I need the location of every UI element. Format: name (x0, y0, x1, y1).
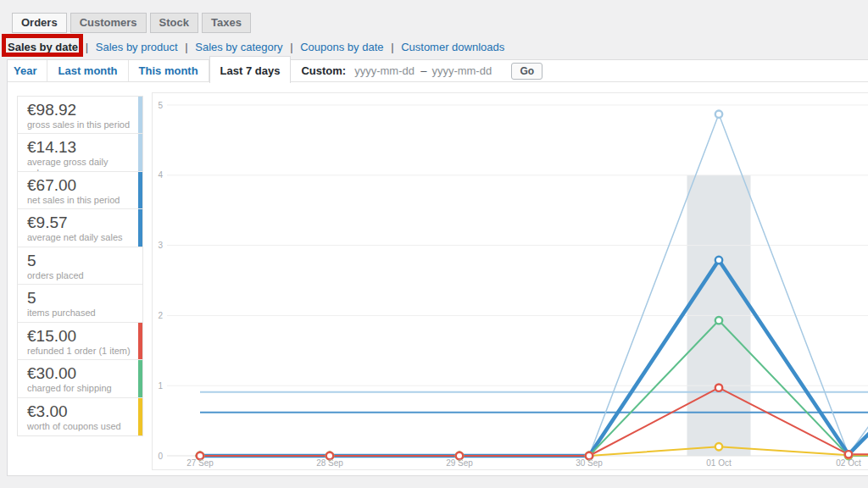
stat-color-strip (138, 360, 142, 396)
subnav-separator: | (86, 41, 88, 53)
stat-label: orders placed (27, 270, 132, 281)
range-last-7-days[interactable]: Last 7 days (209, 56, 292, 83)
date-range-bar: Year Last month This month Last 7 days C… (8, 60, 868, 82)
stat-color-strip (138, 323, 142, 359)
stat-label: average gross daily sales (27, 157, 132, 171)
range-year[interactable]: Year (8, 60, 47, 81)
svg-text:28 Sep: 28 Sep (316, 458, 343, 468)
range-this-month[interactable]: This month (129, 60, 209, 81)
stat-amount: €30.00 (27, 364, 132, 382)
chart-legend-stats: €98.92 gross sales in this period €14.13… (17, 96, 143, 436)
custom-range-controls: Custom: – Go (301, 60, 542, 81)
stat-label: net sales in this period (27, 195, 132, 206)
report-subnav: Sales by date | Sales by product | Sales… (8, 40, 504, 55)
stat-label: average net daily sales (27, 232, 132, 243)
stat-color-strip (138, 97, 142, 133)
svg-text:30 Sep: 30 Sep (576, 458, 603, 468)
stat-label: refunded 1 order (1 item) (27, 346, 132, 357)
svg-text:4: 4 (158, 170, 163, 180)
stat-label: items purchased (27, 308, 132, 319)
report-panel: Year Last month This month Last 7 days C… (7, 59, 868, 476)
stat-amount: €14.13 (27, 138, 132, 156)
report-type-tabs: Orders Customers Stock Taxes (12, 13, 254, 33)
svg-text:02 Oct: 02 Oct (836, 458, 861, 468)
stat-amount: 5 (27, 289, 132, 307)
subnav-sales-by-date[interactable]: Sales by date (8, 41, 78, 53)
stat-color-strip (138, 172, 142, 208)
stat-items-purchased: 5 items purchased (18, 285, 142, 322)
stat-net-sales: €67.00 net sales in this period (18, 172, 142, 209)
stat-amount: €15.00 (27, 327, 132, 345)
stat-refunded: €15.00 refunded 1 order (1 item) (18, 323, 142, 360)
subnav-coupons-by-date[interactable]: Coupons by date (300, 41, 383, 53)
stat-color-strip (138, 209, 142, 246)
subnav-separator: | (391, 41, 393, 53)
subnav-sales-by-category[interactable]: Sales by category (195, 41, 282, 53)
sales-chart[interactable]: 01234527 Sep28 Sep29 Sep30 Sep01 Oct02 O… (152, 92, 868, 470)
svg-text:0: 0 (158, 452, 163, 461)
tab-orders[interactable]: Orders (12, 13, 67, 33)
subnav-customer-downloads[interactable]: Customer downloads (401, 41, 504, 53)
stat-coupons: €3.00 worth of coupons used (18, 398, 142, 435)
svg-text:01 Oct: 01 Oct (706, 458, 732, 468)
stat-amount: €67.00 (27, 176, 132, 194)
custom-range-label: Custom: (301, 64, 346, 77)
stat-orders-placed: 5 orders placed (18, 247, 142, 285)
stat-color-strip (138, 398, 142, 435)
stat-amount: €98.92 (27, 101, 132, 119)
tab-taxes[interactable]: Taxes (202, 13, 251, 33)
date-from-input[interactable] (354, 64, 420, 77)
subnav-separator: | (290, 41, 292, 53)
stat-amount: 5 (27, 252, 132, 269)
stat-label: charged for shipping (27, 383, 132, 394)
stat-color-strip (138, 134, 142, 170)
stat-amount: €3.00 (27, 402, 132, 420)
svg-text:2: 2 (158, 311, 163, 320)
svg-text:29 Sep: 29 Sep (446, 458, 473, 468)
svg-text:5: 5 (158, 101, 163, 110)
svg-text:27 Sep: 27 Sep (186, 458, 214, 468)
tab-stock[interactable]: Stock (150, 13, 198, 33)
tab-customers[interactable]: Customers (70, 13, 147, 33)
date-range-dash: – (420, 64, 426, 77)
stat-average-gross: €14.13 average gross daily sales (18, 134, 142, 171)
subnav-separator: | (185, 41, 187, 53)
subnav-sales-by-product[interactable]: Sales by product (96, 41, 178, 53)
stat-label: worth of coupons used (27, 421, 132, 432)
stat-average-net: €9.57 average net daily sales (18, 209, 142, 247)
stat-label: gross sales in this period (27, 119, 132, 130)
range-last-month[interactable]: Last month (47, 60, 128, 81)
go-button[interactable]: Go (511, 63, 542, 80)
stat-gross-sales: €98.92 gross sales in this period (18, 97, 142, 134)
date-to-input[interactable] (431, 64, 498, 77)
stat-shipping: €30.00 charged for shipping (18, 360, 142, 397)
svg-text:1: 1 (158, 381, 163, 391)
svg-text:3: 3 (158, 241, 163, 250)
stat-amount: €9.57 (27, 214, 132, 231)
sales-chart-canvas: 01234527 Sep28 Sep29 Sep30 Sep01 Oct02 O… (153, 93, 868, 469)
